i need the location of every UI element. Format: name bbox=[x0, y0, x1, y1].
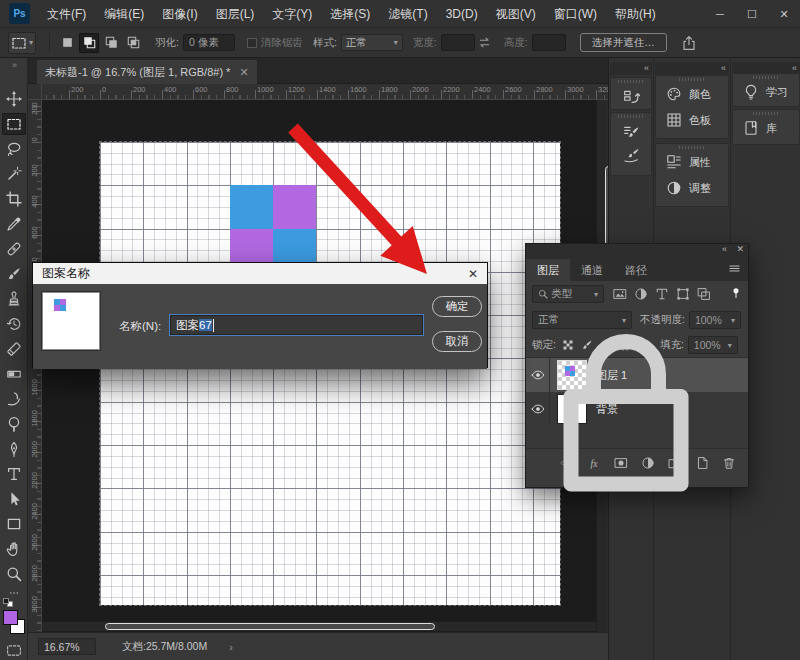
menu-select[interactable]: 选择(S) bbox=[321, 0, 379, 28]
style-dropdown[interactable]: 正常▾ bbox=[341, 34, 403, 51]
chevron-down-icon: ▾ bbox=[594, 290, 598, 299]
history-panel-icon[interactable] bbox=[623, 89, 640, 106]
menu-window[interactable]: 窗口(W) bbox=[545, 0, 606, 28]
ruler-tick: 400 bbox=[30, 193, 39, 211]
collapse-panels-icon[interactable]: « bbox=[610, 62, 652, 75]
layer-row-background[interactable]: 背景 bbox=[526, 392, 748, 426]
h-scroll-thumb[interactable] bbox=[105, 623, 435, 630]
adjustments-panel-tab[interactable]: 调整 bbox=[656, 175, 728, 201]
tab-channels[interactable]: 通道 bbox=[570, 259, 614, 281]
move-tool[interactable] bbox=[2, 88, 26, 110]
brush-settings-panel-icon[interactable] bbox=[623, 124, 640, 141]
height-input[interactable] bbox=[532, 34, 566, 51]
filter-type-layers-icon[interactable] bbox=[655, 287, 669, 301]
rectangular-marquee-tool[interactable] bbox=[2, 113, 26, 135]
filter-pixel-layers-icon[interactable] bbox=[613, 287, 627, 301]
screen-mode-button[interactable] bbox=[3, 642, 25, 659]
search-icon bbox=[538, 289, 548, 299]
close-tab-icon[interactable]: ✕ bbox=[239, 66, 248, 79]
default-colors-icon[interactable] bbox=[3, 598, 15, 608]
panel-menu-icon[interactable] bbox=[727, 262, 742, 275]
history-brush-tool[interactable] bbox=[2, 313, 26, 335]
eyedropper-tool[interactable] bbox=[2, 213, 26, 235]
type-tool[interactable] bbox=[2, 463, 26, 485]
gradient-tool[interactable] bbox=[2, 363, 26, 385]
learn-panel-tab[interactable]: 学习 bbox=[733, 79, 799, 105]
tab-layers[interactable]: 图层 bbox=[526, 259, 570, 281]
menu-file[interactable]: 文件(F) bbox=[38, 0, 95, 28]
width-input[interactable] bbox=[441, 34, 475, 51]
zoom-level-input[interactable]: 16.67% bbox=[38, 638, 96, 655]
menu-edit[interactable]: 编辑(E) bbox=[95, 0, 153, 28]
document-tab[interactable]: 未标题-1 @ 16.7% (图层 1, RGB/8#) * ✕ bbox=[37, 60, 257, 84]
brushes-panel-icon[interactable] bbox=[623, 147, 640, 164]
menu-layer[interactable]: 图层(L) bbox=[207, 0, 264, 28]
brush-tool[interactable] bbox=[2, 263, 26, 285]
dialog-title-bar[interactable]: 图案名称 ✕ bbox=[33, 263, 487, 284]
subtract-from-selection-button[interactable] bbox=[101, 33, 121, 53]
ruler-tick: 0 bbox=[102, 85, 106, 94]
style-label: 样式: bbox=[313, 36, 337, 50]
close-panel-icon[interactable]: ✕ bbox=[736, 244, 744, 254]
expand-tools-icon[interactable]: » bbox=[0, 60, 28, 70]
menu-view[interactable]: 视图(V) bbox=[487, 0, 545, 28]
foreground-color-swatch[interactable] bbox=[3, 610, 18, 625]
color-panel-tab[interactable]: 颜色 bbox=[656, 81, 728, 107]
filter-toggle-icon[interactable] bbox=[730, 286, 742, 300]
ok-button[interactable]: 确定 bbox=[432, 296, 482, 317]
select-and-mask-button[interactable]: 选择并遮住… bbox=[580, 33, 667, 52]
menu-3d[interactable]: 3D(D) bbox=[437, 0, 487, 28]
swap-width-height-icon[interactable] bbox=[477, 35, 492, 50]
collapse-panel-icon[interactable]: « bbox=[722, 244, 726, 254]
clone-stamp-tool[interactable] bbox=[2, 288, 26, 310]
menu-type[interactable]: 文字(Y) bbox=[263, 0, 321, 28]
current-tool-preset[interactable]: ▾ bbox=[8, 32, 36, 54]
horizontal-scrollbar[interactable] bbox=[42, 621, 596, 631]
cancel-button[interactable]: 取消 bbox=[432, 331, 482, 352]
filter-smart-objects-icon[interactable] bbox=[697, 287, 711, 301]
add-to-selection-button[interactable] bbox=[79, 33, 99, 53]
intersect-selection-button[interactable] bbox=[123, 33, 143, 53]
horizontal-ruler: 2000200400600800100012001400160018002000… bbox=[28, 84, 608, 100]
lasso-tool[interactable] bbox=[2, 138, 26, 160]
maximize-button[interactable]: ☐ bbox=[736, 0, 768, 28]
collapse-panels-icon[interactable]: « bbox=[655, 62, 729, 75]
chevron-down-icon: ▾ bbox=[394, 38, 398, 47]
text-caret bbox=[213, 319, 214, 332]
zoom-tool[interactable] bbox=[2, 563, 26, 585]
properties-panel-tab[interactable]: 属性 bbox=[656, 149, 728, 175]
share-icon[interactable] bbox=[681, 35, 697, 51]
rectangle-tool[interactable] bbox=[2, 513, 26, 535]
feather-input[interactable]: 0 像素 bbox=[183, 34, 235, 51]
eraser-tool[interactable] bbox=[2, 338, 26, 360]
ruler-tick: 1000 bbox=[257, 85, 274, 94]
tab-paths[interactable]: 路径 bbox=[614, 259, 658, 281]
brush-panels-group[interactable] bbox=[610, 112, 652, 176]
libraries-panel-tab[interactable]: 库 bbox=[733, 115, 799, 141]
dodge-tool[interactable] bbox=[2, 413, 26, 435]
smudge-tool[interactable] bbox=[2, 388, 26, 410]
minimize-button[interactable]: ─ bbox=[704, 0, 736, 28]
crop-tool[interactable] bbox=[2, 188, 26, 210]
menu-help[interactable]: 帮助(H) bbox=[606, 0, 665, 28]
quick-selection-tool[interactable] bbox=[2, 163, 26, 185]
canvas-page[interactable] bbox=[100, 142, 560, 605]
new-selection-button[interactable] bbox=[57, 33, 77, 53]
filter-shape-layers-icon[interactable] bbox=[676, 287, 690, 301]
swatches-panel-tab[interactable]: 色板 bbox=[656, 107, 728, 133]
antialias-checkbox[interactable] bbox=[247, 38, 257, 48]
spot-healing-brush-tool[interactable] bbox=[2, 238, 26, 260]
status-options-chevron[interactable]: › bbox=[229, 641, 233, 653]
hand-tool[interactable] bbox=[2, 538, 26, 560]
layers-list: 图层 1 背景 bbox=[526, 357, 748, 449]
pattern-name-input[interactable]: 图案 67 bbox=[170, 315, 423, 335]
filter-type-dropdown[interactable]: 类型 ▾ bbox=[532, 285, 604, 303]
history-panel-group[interactable] bbox=[610, 77, 652, 110]
menu-image[interactable]: 图像(I) bbox=[153, 0, 206, 28]
menu-filter[interactable]: 滤镜(T) bbox=[379, 0, 436, 28]
filter-adjustment-layers-icon[interactable] bbox=[634, 287, 648, 301]
close-button[interactable]: ✕ bbox=[768, 0, 800, 28]
path-selection-tool[interactable] bbox=[2, 488, 26, 510]
pen-tool[interactable] bbox=[2, 438, 26, 460]
dialog-close-icon[interactable]: ✕ bbox=[468, 267, 478, 281]
